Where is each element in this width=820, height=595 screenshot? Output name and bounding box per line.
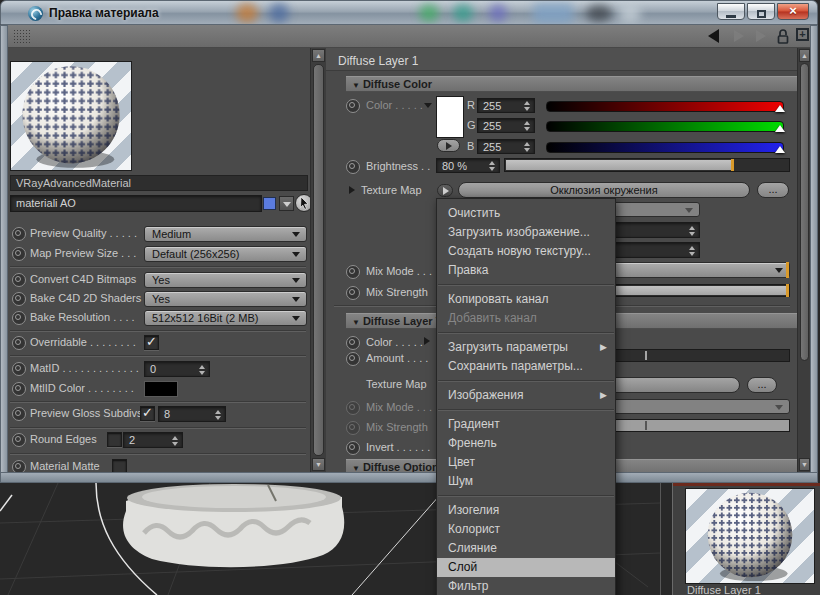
menu-item-clear[interactable]: Очистить bbox=[437, 204, 615, 223]
spinner-arrows-icon[interactable] bbox=[524, 101, 530, 111]
texture-more-button[interactable]: ... bbox=[757, 182, 789, 198]
lock-icon[interactable] bbox=[776, 28, 790, 45]
keyframe-knob-icon[interactable] bbox=[346, 265, 360, 279]
toolbar-grip-handle[interactable] bbox=[13, 29, 32, 43]
spinner-arrows-icon[interactable] bbox=[489, 161, 495, 171]
menu-item-colorizer[interactable]: Колорист bbox=[437, 520, 615, 539]
spinner-arrows-icon[interactable] bbox=[689, 246, 695, 256]
menu-item-save-parameters[interactable]: Сохранить параметры... bbox=[437, 357, 615, 376]
brightness-slider[interactable] bbox=[504, 158, 790, 172]
red-value-spinner[interactable]: 255 bbox=[477, 98, 535, 113]
layer-color-tag[interactable] bbox=[263, 197, 276, 210]
keyframe-knob-icon[interactable] bbox=[346, 352, 360, 366]
name-options-button[interactable] bbox=[279, 196, 294, 211]
spinner-arrows-icon[interactable] bbox=[524, 142, 530, 152]
right-panel-scrollbar[interactable]: ▲ ▼ bbox=[797, 48, 810, 472]
round-edges-spinner[interactable]: 2 bbox=[123, 432, 183, 448]
keyframe-knob-icon[interactable] bbox=[12, 273, 26, 287]
left-panel-scrollbar[interactable]: ▲ ▼ bbox=[310, 48, 326, 472]
keyframe-knob-icon[interactable] bbox=[346, 99, 360, 113]
keyframe-knob-icon[interactable] bbox=[12, 382, 26, 396]
spinner-arrows-icon[interactable] bbox=[689, 226, 695, 236]
close-button[interactable]: × bbox=[777, 3, 809, 20]
keyframe-knob-icon[interactable] bbox=[12, 311, 26, 325]
add-to-palette-icon[interactable]: + bbox=[796, 28, 809, 41]
green-value-spinner[interactable]: 255 bbox=[477, 118, 535, 133]
menu-item-load-image[interactable]: Загрузить изображение... bbox=[437, 223, 615, 242]
keyframe-knob-icon[interactable] bbox=[12, 336, 26, 350]
slider-marker-icon[interactable] bbox=[775, 105, 785, 112]
history-back-icon[interactable] bbox=[708, 29, 719, 43]
keyframe-knob-icon[interactable] bbox=[12, 460, 26, 472]
menu-item-gradient[interactable]: Градиент bbox=[437, 415, 615, 434]
scrollbar-thumb[interactable] bbox=[313, 64, 324, 456]
material-matte-checkbox[interactable] bbox=[112, 459, 127, 472]
red-gradient-slider[interactable] bbox=[546, 101, 784, 112]
menu-item-load-parameters[interactable]: Загрузить параметры▶ bbox=[437, 338, 615, 357]
convert-c4d-bitmaps-dropdown[interactable]: Yes bbox=[144, 272, 307, 288]
menu-item-images[interactable]: Изображения▶ bbox=[437, 386, 615, 405]
color-swatch[interactable] bbox=[436, 96, 464, 138]
menu-item-fusion[interactable]: Слияние bbox=[437, 539, 615, 558]
scrollbar-thumb[interactable] bbox=[800, 63, 809, 361]
pick-cursor-button[interactable] bbox=[295, 194, 310, 212]
keyframe-knob-icon[interactable] bbox=[346, 160, 360, 174]
maximize-button[interactable] bbox=[747, 3, 775, 20]
keyframe-knob-icon[interactable] bbox=[12, 292, 26, 306]
menu-item-noise[interactable]: Шум bbox=[437, 472, 615, 491]
spinner-arrows-icon[interactable] bbox=[172, 436, 178, 446]
spinner-arrows-icon[interactable] bbox=[524, 121, 530, 131]
slider-handle[interactable] bbox=[786, 284, 789, 297]
preview-quality-dropdown[interactable]: Medium bbox=[144, 226, 307, 242]
bake-c4d-shaders-dropdown[interactable]: Yes bbox=[144, 291, 307, 307]
menu-item-edit[interactable]: Правка bbox=[437, 261, 615, 280]
window-titlebar[interactable]: Правка материала × bbox=[0, 0, 818, 25]
scroll-up-button[interactable]: ▲ bbox=[799, 49, 810, 62]
map-preview-size-dropdown[interactable]: Default (256x256) bbox=[144, 246, 307, 262]
slider-handle[interactable] bbox=[731, 159, 734, 171]
color-expand-button[interactable] bbox=[437, 139, 460, 152]
texture-map-button[interactable]: Окклюзия окружения bbox=[458, 182, 750, 198]
spinner-arrows-icon[interactable] bbox=[199, 365, 205, 375]
material-preview-thumbnail[interactable] bbox=[685, 488, 815, 584]
minimize-button[interactable] bbox=[717, 3, 745, 20]
matid-spinner[interactable]: 0 bbox=[144, 361, 210, 377]
material-name-input[interactable]: materiali AO bbox=[10, 195, 262, 212]
texture-expand-button[interactable] bbox=[437, 184, 453, 197]
overridable-checkbox[interactable]: ✓ bbox=[144, 335, 159, 350]
keyframe-knob-icon[interactable] bbox=[346, 336, 360, 350]
slider-marker-icon[interactable] bbox=[775, 125, 785, 132]
keyframe-knob-icon[interactable] bbox=[12, 362, 26, 376]
menu-item-create-new-texture[interactable]: Создать новую текстуру... bbox=[437, 242, 615, 261]
blue-value-spinner[interactable]: 255 bbox=[477, 139, 535, 154]
preview-gloss-subdivs-spinner[interactable]: 8 bbox=[158, 406, 226, 422]
chevron-right-icon[interactable] bbox=[424, 337, 430, 345]
menu-item-color[interactable]: Цвет bbox=[437, 453, 615, 472]
keyframe-knob-icon[interactable] bbox=[12, 407, 26, 421]
menu-item-copy-channel[interactable]: Копировать канал bbox=[437, 290, 615, 309]
round-edges-checkbox[interactable] bbox=[107, 432, 122, 447]
slider-marker-icon[interactable] bbox=[775, 146, 785, 153]
scroll-up-button[interactable]: ▲ bbox=[312, 49, 325, 62]
menu-item-layer[interactable]: Слой bbox=[437, 558, 615, 577]
expander-icon[interactable] bbox=[349, 186, 355, 194]
blue-gradient-slider[interactable] bbox=[546, 142, 784, 153]
section-diffuse-color[interactable]: ▼Diffuse Color bbox=[346, 76, 797, 92]
keyframe-knob-icon[interactable] bbox=[346, 286, 360, 300]
preview-gloss-subdivs-checkbox[interactable]: ✓ bbox=[140, 406, 155, 421]
bake-resolution-dropdown[interactable]: 512x512 16Bit (2 MB) bbox=[144, 310, 307, 326]
texture-more-button[interactable]: ... bbox=[747, 377, 777, 393]
spinner-arrows-icon[interactable] bbox=[215, 410, 221, 420]
material-preview-image[interactable] bbox=[10, 61, 132, 171]
mtlid-color-swatch[interactable] bbox=[144, 381, 178, 397]
keyframe-knob-icon[interactable] bbox=[12, 247, 26, 261]
scroll-down-button[interactable]: ▼ bbox=[799, 458, 810, 471]
menu-item-filter[interactable]: Фильтр bbox=[437, 577, 615, 595]
keyframe-knob-icon[interactable] bbox=[346, 441, 360, 455]
menu-item-posterize[interactable]: Изогелия bbox=[437, 501, 615, 520]
scroll-down-button[interactable]: ▼ bbox=[312, 458, 325, 471]
green-gradient-slider[interactable] bbox=[546, 121, 784, 132]
chevron-down-icon[interactable] bbox=[424, 103, 432, 108]
brightness-spinner[interactable]: 80 % bbox=[436, 158, 500, 173]
menu-item-fresnel[interactable]: Френель bbox=[437, 434, 615, 453]
